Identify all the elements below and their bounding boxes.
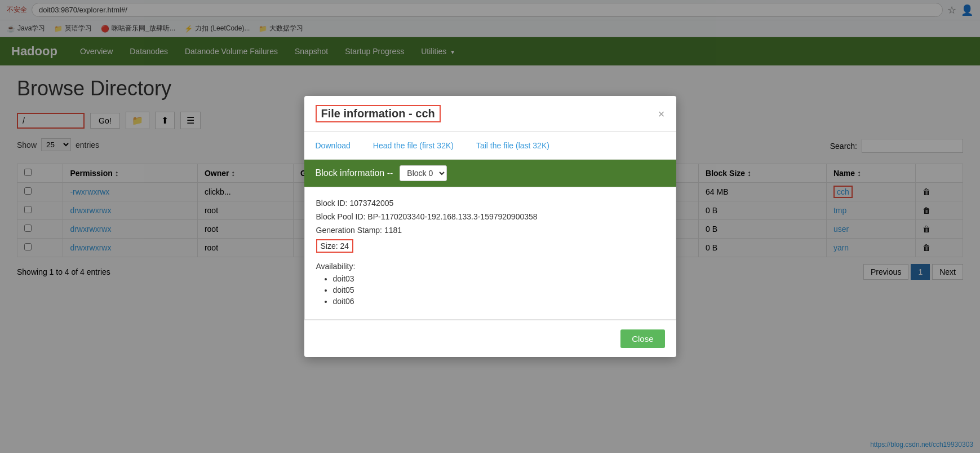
availability-node-1: doit05 — [333, 285, 664, 294]
availability-label: Availability: — [316, 262, 664, 271]
block-id: Block ID: 1073742005 — [316, 199, 664, 208]
block-select[interactable]: Block 0 — [400, 165, 447, 181]
block-header-label: Block information -- — [316, 168, 393, 178]
availability-node-2: doit06 — [333, 297, 664, 306]
block-details: Block ID: 1073742005 Block Pool ID: BP-1… — [304, 187, 676, 320]
block-pool-id: Block Pool ID: BP-1170203340-192.168.133… — [316, 212, 664, 221]
size-info: Size: 24 — [316, 239, 664, 257]
head-file-link[interactable]: Head the file (first 32K) — [373, 141, 454, 150]
generation-stamp: Generation Stamp: 1181 — [316, 226, 664, 235]
modal-header: File information - cch × — [304, 96, 676, 132]
modal-footer: Close — [304, 320, 676, 357]
close-modal-button[interactable]: Close — [620, 329, 664, 348]
block-info-header: Block information -- Block 0 — [304, 160, 676, 187]
availability-node-0: doit03 — [333, 274, 664, 283]
modal-title: File information - cch — [316, 105, 441, 122]
modal-links: Download Head the file (first 32K) Tail … — [304, 132, 676, 160]
tail-file-link[interactable]: Tail the file (last 32K) — [476, 141, 549, 150]
availability-section: Availability: doit03 doit05 doit06 — [316, 262, 664, 306]
modal-close-button[interactable]: × — [658, 108, 665, 120]
modal-overlay: File information - cch × Download Head t… — [0, 0, 980, 404]
availability-list: doit03 doit05 doit06 — [316, 274, 664, 306]
file-info-modal: File information - cch × Download Head t… — [304, 96, 676, 357]
download-link[interactable]: Download — [316, 141, 351, 150]
